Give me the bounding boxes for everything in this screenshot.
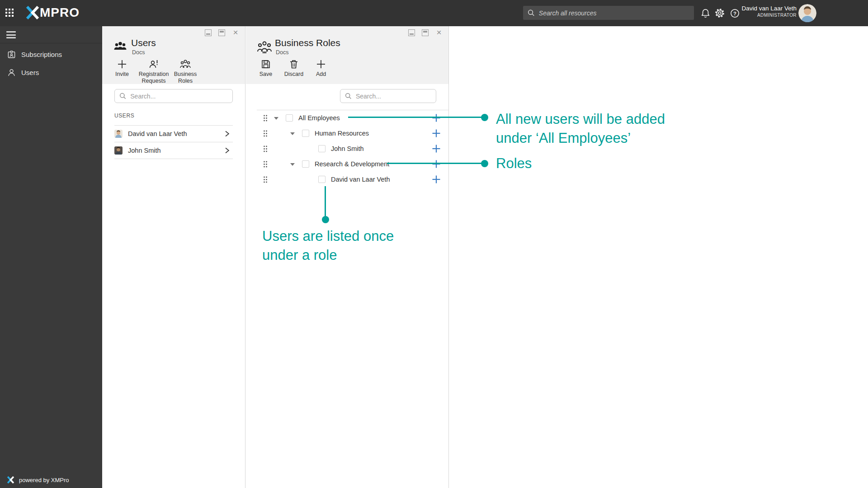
checkbox[interactable] [302, 160, 309, 168]
tree-node-label[interactable]: David van Laar Veth [331, 176, 390, 183]
drag-handle-icon[interactable] [263, 115, 268, 123]
avatar[interactable] [798, 4, 816, 22]
annotation-dot [481, 160, 488, 167]
current-user-block[interactable]: David van Laar Veth ADMINISTRATOR [741, 5, 797, 18]
checkbox[interactable] [318, 176, 326, 183]
app-root: MPRO ? [0, 0, 868, 488]
tree-node-label[interactable]: All Employees [298, 114, 340, 122]
tree-node-label[interactable]: Research & Development [315, 160, 389, 168]
sidebar-divider [0, 43, 102, 43]
menu-hamburger-icon[interactable] [6, 31, 16, 38]
registration-requests-button[interactable]: Registration Requests [136, 59, 172, 84]
add-button[interactable]: Add [308, 59, 334, 78]
settings-gear-icon[interactable] [714, 8, 725, 19]
users-panel-header: × Users Docs Invite [102, 26, 245, 84]
tree-node-label[interactable]: John Smith [331, 145, 364, 152]
global-search-input[interactable] [539, 9, 689, 17]
caret-down-icon[interactable] [290, 163, 295, 166]
discard-button[interactable]: Discard [279, 59, 308, 78]
user-name: David van Laar Veth [128, 130, 219, 137]
sidebar-item-subscriptions[interactable]: Subscriptions [0, 45, 102, 63]
roles-toolbar: Save Discard [252, 59, 334, 78]
checkbox[interactable] [286, 114, 293, 122]
tree-node-label[interactable]: Human Resources [315, 130, 369, 137]
add-child-icon[interactable] [432, 175, 441, 184]
drag-handle-icon[interactable] [263, 176, 268, 185]
caret-down-icon[interactable] [290, 132, 295, 135]
users-section-label: USERS [114, 113, 134, 119]
add-child-icon[interactable] [432, 129, 441, 138]
maximize-icon[interactable] [218, 29, 225, 36]
sidebar: Subscriptions Users powered by XMPro [0, 26, 102, 488]
add-child-icon[interactable] [432, 144, 441, 153]
group-outline-icon [179, 59, 192, 70]
chevron-right-icon [224, 147, 230, 154]
drag-handle-icon[interactable] [263, 130, 268, 139]
panel-title: Users [131, 38, 156, 48]
users-search[interactable] [114, 89, 233, 103]
current-user-role: ADMINISTRATOR [741, 12, 797, 18]
global-search[interactable] [523, 6, 694, 20]
users-panel: × Users Docs Invite [102, 26, 245, 488]
sidebar-item-label: Subscriptions [21, 51, 62, 58]
user-name: John Smith [128, 147, 219, 154]
apps-grid-icon[interactable] [5, 9, 14, 18]
tree-row-human-resources[interactable]: Human Resources [246, 126, 448, 141]
search-icon [345, 92, 352, 100]
checkbox[interactable] [302, 130, 309, 137]
button-label: Add [316, 71, 326, 78]
users-search-input[interactable] [130, 93, 228, 100]
add-child-icon[interactable] [432, 160, 441, 169]
notifications-bell-icon[interactable] [700, 8, 711, 19]
panel-title: Business Roles [275, 38, 340, 48]
annotation-note-roles: Roles [496, 154, 532, 173]
svg-text:?: ? [733, 10, 736, 16]
minimize-icon[interactable] [408, 29, 415, 36]
close-icon[interactable]: × [435, 29, 443, 36]
roles-search-input[interactable] [356, 93, 431, 100]
sidebar-item-users[interactable]: Users [0, 63, 102, 81]
sidebar-nav: Subscriptions Users [0, 45, 102, 81]
add-child-icon[interactable] [432, 113, 441, 122]
maximize-icon[interactable] [422, 29, 429, 36]
business-roles-group-icon [256, 41, 273, 56]
current-user-name: David van Laar Veth [741, 5, 797, 12]
search-icon [528, 9, 535, 17]
invite-button[interactable]: Invite [108, 59, 136, 78]
button-label: Business Roles [172, 71, 199, 84]
users-group-icon [113, 41, 128, 54]
topbar: MPRO ? [0, 0, 868, 26]
user-row-david[interactable]: David van Laar Veth [114, 126, 233, 142]
avatar [114, 146, 123, 155]
business-roles-button[interactable]: Business Roles [172, 59, 199, 84]
drag-handle-icon[interactable] [263, 161, 268, 169]
xmpro-x-icon [25, 6, 40, 19]
business-roles-panel: × Business Roles Docs [246, 26, 449, 488]
xmpro-x-icon [7, 476, 14, 483]
subscriptions-badge-icon [7, 50, 16, 59]
save-floppy-icon [261, 59, 271, 70]
checkbox[interactable] [318, 145, 326, 152]
sidebar-item-label: Users [21, 69, 39, 76]
roles-panel-header: × Business Roles Docs [246, 26, 448, 84]
trash-icon [289, 59, 298, 70]
close-icon[interactable]: × [232, 29, 239, 36]
button-label: Save [259, 71, 273, 78]
tree-row-david-van-laar-veth[interactable]: David van Laar Veth [246, 172, 448, 187]
user-row-john[interactable]: John Smith [114, 142, 233, 159]
xmpro-logo: MPRO [25, 6, 80, 19]
caret-down-icon[interactable] [274, 117, 278, 120]
roles-search[interactable] [340, 89, 436, 103]
help-icon[interactable]: ? [729, 8, 740, 19]
save-button[interactable]: Save [252, 59, 279, 78]
tree-row-all-employees[interactable]: All Employees [246, 110, 448, 126]
person-exclaim-icon [148, 59, 159, 70]
minimize-icon[interactable] [205, 29, 212, 36]
button-label: Discard [284, 71, 303, 78]
annotation-note-all-employees: All new users will be added under ‘All E… [496, 110, 665, 148]
drag-handle-icon[interactable] [263, 145, 268, 154]
logo-wordmark: MPRO [40, 6, 80, 19]
button-label: Invite [115, 71, 129, 78]
tree-row-research-development[interactable]: Research & Development [246, 156, 448, 172]
tree-row-john-smith[interactable]: John Smith [246, 141, 448, 156]
